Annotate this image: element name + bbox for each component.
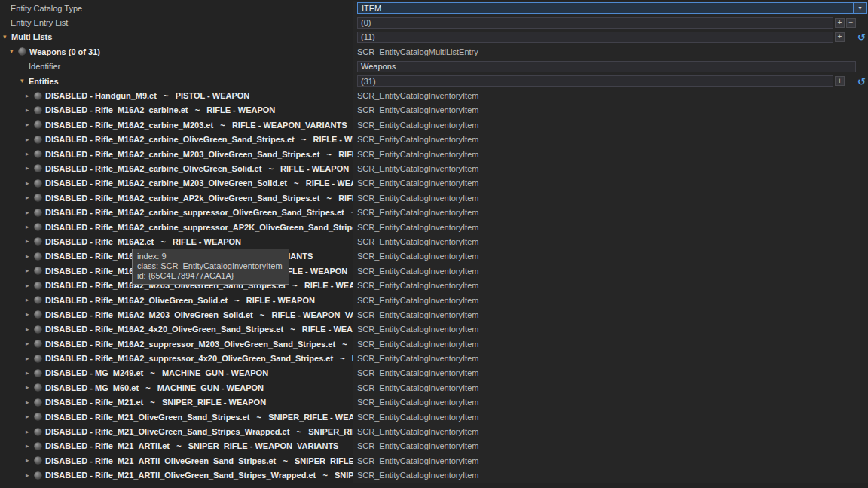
tooltip-class-line: class: SCR_EntityCatalogInventoryItem xyxy=(137,261,283,271)
entity-row[interactable]: ▸DISABLED - MG_M249.et ~ MACHINE_GUN - W… xyxy=(0,366,868,380)
entity-row[interactable]: ▸DISABLED - Rifle_M21_OliveGreen_Sand_St… xyxy=(0,410,868,424)
add-element-button[interactable]: + xyxy=(835,18,845,28)
add-element-button[interactable]: + xyxy=(835,32,845,42)
class-name-label: SCR_EntityCatalogInventoryItem xyxy=(357,178,478,188)
array-count-field[interactable]: (0) xyxy=(357,17,833,29)
chevron-right-icon[interactable]: ▸ xyxy=(26,136,34,143)
chevron-right-icon[interactable]: ▸ xyxy=(26,224,34,230)
row-label: DISABLED - Rifle_M21_ARTII_OliveGreen_Sa… xyxy=(45,456,353,465)
row-label-cell: ▸DISABLED - Rifle_M16A2_carbine_M203_Oli… xyxy=(0,147,353,161)
reset-to-default-icon[interactable]: ↺ xyxy=(857,76,866,86)
row-label-cell: ▸DISABLED - MG_M60.et ~ MACHINE_GUN - WE… xyxy=(0,380,353,395)
row-label-cell: ▾Multi Lists xyxy=(0,30,353,44)
chevron-right-icon[interactable]: ▸ xyxy=(26,370,34,377)
class-name-label: SCR_EntityCatalogInventoryItem xyxy=(357,325,478,334)
class-name-label: SCR_EntityCatalogInventoryItem xyxy=(357,383,478,392)
catalog-type-dropdown[interactable]: ITEM▾ xyxy=(357,2,867,14)
row-label: DISABLED - Rifle_M16A2_carbine_M203_Oliv… xyxy=(45,150,353,159)
chevron-right-icon[interactable]: ▸ xyxy=(26,194,34,201)
chevron-right-icon[interactable]: ▸ xyxy=(26,472,34,479)
chevron-right-icon[interactable]: ▸ xyxy=(26,107,34,114)
chevron-right-icon[interactable]: ▸ xyxy=(26,165,34,172)
chevron-right-icon[interactable]: ▸ xyxy=(26,282,34,289)
chevron-right-icon[interactable]: ▸ xyxy=(26,326,34,333)
chevron-right-icon[interactable]: ▸ xyxy=(26,238,34,245)
entity-row[interactable]: ▸DISABLED - Rifle_M16A2_OliveGreen_Sand_… xyxy=(0,264,868,278)
class-name-label: SCR_EntityCatalogInventoryItem xyxy=(357,281,478,290)
row-value-cell: ITEM▾ xyxy=(353,1,868,15)
array-count-field[interactable]: (31) xyxy=(357,75,833,87)
chevron-right-icon[interactable]: ▸ xyxy=(26,253,34,260)
chevron-right-icon[interactable]: ▸ xyxy=(26,457,34,464)
entity-sphere-icon xyxy=(34,136,42,144)
entity-row[interactable]: ▸DISABLED - Rifle_M21_ARTII_OliveGreen_S… xyxy=(0,453,868,468)
entity-row[interactable]: ▸DISABLED - Rifle_M16A2_suppressor_4x20_… xyxy=(0,351,868,365)
row-value-cell: SCR_EntityCatalogInventoryItem xyxy=(353,133,868,147)
property-grid: Entity Catalog TypeITEM▾Entity Entry Lis… xyxy=(0,0,868,483)
class-name-label: SCR_EntityCatalogInventoryItem xyxy=(357,267,478,276)
entity-sphere-icon xyxy=(34,92,42,100)
entity-row[interactable]: ▸DISABLED - Rifle_M16A2_carbine_OliveGre… xyxy=(0,133,868,147)
entity-row[interactable]: ▸DISABLED - MG_M60.et ~ MACHINE_GUN - WE… xyxy=(0,380,868,395)
chevron-right-icon[interactable]: ▸ xyxy=(26,399,34,406)
entity-row[interactable]: ▸DISABLED - Rifle_M16A2_OliveGreen_Solid… xyxy=(0,293,868,307)
row-label-cell: Entity Entry List xyxy=(0,15,353,29)
chevron-right-icon[interactable]: ▸ xyxy=(26,311,34,318)
remove-element-button[interactable]: − xyxy=(846,18,856,28)
class-name-label: SCR_EntityCatalogInventoryItem xyxy=(357,340,478,349)
chevron-right-icon[interactable]: ▸ xyxy=(26,93,34,99)
entity-row[interactable]: ▸DISABLED - Rifle_M21_ARTII.et ~ SNIPER_… xyxy=(0,439,868,453)
chevron-down-icon[interactable]: ▾ xyxy=(20,78,29,84)
array-count: (0) xyxy=(361,18,371,27)
entity-sphere-icon xyxy=(34,471,42,480)
tooltip: index: 9 class: SCR_EntityCatalogInvento… xyxy=(132,249,289,285)
entity-row[interactable]: ▸DISABLED - Rifle_M16A2_M203.et ~ RIFLE … xyxy=(0,249,868,264)
entity-row[interactable]: ▸DISABLED - Rifle_M21_OliveGreen_Sand_St… xyxy=(0,424,868,438)
entity-row[interactable]: ▸DISABLED - Rifle_M16A2.et ~ RIFLE - WEA… xyxy=(0,234,868,249)
class-name-label: SCR_EntityCatalogInventoryItem xyxy=(357,441,478,450)
entity-row[interactable]: ▸DISABLED - Rifle_M16A2_carbine_M203_Oli… xyxy=(0,147,868,161)
chevron-right-icon[interactable]: ▸ xyxy=(26,429,34,435)
entity-row[interactable]: ▸DISABLED - Rifle_M16A2_carbine_suppress… xyxy=(0,220,868,234)
chevron-right-icon[interactable]: ▸ xyxy=(26,151,34,157)
entity-row[interactable]: ▸DISABLED - Rifle_M16A2_carbine.et ~ RIF… xyxy=(0,103,868,117)
chevron-down-icon[interactable]: ▾ xyxy=(10,48,18,55)
chevron-right-icon[interactable]: ▸ xyxy=(26,297,34,303)
entity-row[interactable]: ▸DISABLED - Rifle_M16A2_carbine_M203_Oli… xyxy=(0,176,868,191)
entity-row[interactable]: ▸DISABLED - Rifle_M16A2_suppressor_M203_… xyxy=(0,337,868,351)
chevron-right-icon[interactable]: ▸ xyxy=(26,443,34,450)
entity-row[interactable]: ▸DISABLED - Rifle_M16A2_M203_OliveGreen_… xyxy=(0,307,868,322)
entity-row[interactable]: ▸DISABLED - Rifle_M16A2_4x20_OliveGreen_… xyxy=(0,322,868,337)
row-label: Identifier xyxy=(29,62,60,71)
chevron-right-icon[interactable]: ▸ xyxy=(26,413,34,420)
row-label: DISABLED - MG_M60.et ~ MACHINE_GUN - WEA… xyxy=(45,383,264,392)
row-label-cell: ▸DISABLED - Rifle_M21.et ~ SNIPER_RIFLE … xyxy=(0,395,353,410)
identifier-input[interactable]: Weapons xyxy=(357,61,856,72)
row-identifier: IdentifierWeapons xyxy=(0,59,868,74)
entity-row[interactable]: ▸DISABLED - Rifle_M16A2_carbine_AP2k_Oli… xyxy=(0,191,868,205)
chevron-down-icon[interactable]: ▾ xyxy=(853,3,866,13)
entity-row[interactable]: ▸DISABLED - Handgun_M9.et ~ PISTOL - WEA… xyxy=(0,88,868,102)
row-label-cell: ▸DISABLED - Rifle_M16A2_carbine_OliveGre… xyxy=(0,133,353,147)
entity-row[interactable]: ▸DISABLED - Rifle_M16A2_carbine_M203.et … xyxy=(0,117,868,132)
row-value-cell: SCR_EntityCatalogInventoryItem xyxy=(353,322,868,337)
reset-to-default-icon[interactable]: ↺ xyxy=(857,32,866,42)
chevron-right-icon[interactable]: ▸ xyxy=(26,267,34,274)
chevron-right-icon[interactable]: ▸ xyxy=(26,340,34,347)
array-count-field[interactable]: (11) xyxy=(357,32,833,43)
entity-row[interactable]: ▸DISABLED - Rifle_M16A2_carbine_OliveGre… xyxy=(0,161,868,175)
row-value-cell: SCR_EntityCatalogInventoryItem xyxy=(353,103,868,117)
chevron-right-icon[interactable]: ▸ xyxy=(26,384,34,391)
entity-row[interactable]: ▸DISABLED - Rifle_M21.et ~ SNIPER_RIFLE … xyxy=(0,395,868,410)
chevron-right-icon[interactable]: ▸ xyxy=(26,209,34,216)
chevron-right-icon[interactable]: ▸ xyxy=(26,355,34,362)
chevron-right-icon[interactable]: ▸ xyxy=(26,121,34,128)
entity-sphere-icon xyxy=(34,164,42,172)
chevron-down-icon[interactable]: ▾ xyxy=(3,34,11,41)
chevron-right-icon[interactable]: ▸ xyxy=(26,180,34,187)
entity-row[interactable]: ▸DISABLED - Rifle_M16A2_M203_OliveGreen_… xyxy=(0,278,868,292)
entity-row[interactable]: ▸DISABLED - Rifle_M21_ARTII_OliveGreen_S… xyxy=(0,468,868,483)
entity-row[interactable]: ▸DISABLED - Rifle_M16A2_carbine_suppress… xyxy=(0,205,868,219)
add-element-button[interactable]: + xyxy=(835,76,845,86)
row-value-cell: SCR_EntityCatalogMultiListEntry xyxy=(353,44,868,59)
